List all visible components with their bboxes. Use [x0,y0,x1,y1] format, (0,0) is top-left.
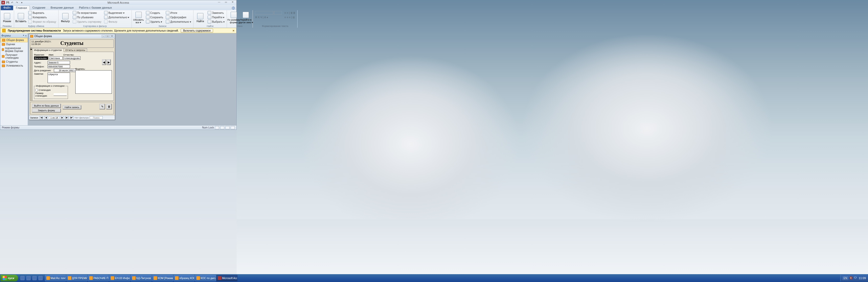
last-record-button[interactable]: ▶I [65,116,69,119]
scholarship-checkbox[interactable] [35,89,38,92]
format-painter-button[interactable]: Формат по образцу [28,20,57,24]
find-button[interactable]: Найти [195,11,206,25]
scholarship-amount-field[interactable] [54,93,67,96]
refresh-button[interactable]: Обновить все ▾ [133,11,144,25]
task-item-active[interactable]: Microsoft Access - Ст… [216,275,238,281]
nav-item-students[interactable]: Студенты [0,60,28,64]
task-item[interactable]: РАБОЧИЕ ПРОГРАМ… [88,275,109,281]
undo-icon[interactable]: ↶ [10,1,14,5]
name-field[interactable] [49,57,63,60]
filter-button[interactable]: Фильтр [60,11,70,25]
save-record-button[interactable]: Сохранить [145,15,164,19]
language-indicator[interactable]: EN [843,277,848,280]
sort-asc-button[interactable]: По возрастанию [72,11,102,15]
notes-field[interactable]: г.Иркутск [48,73,70,83]
enable-content-button[interactable]: Включить содержимое [181,29,213,33]
next-record-nav-button[interactable]: ▶ [60,116,64,119]
tab-file[interactable]: Файл [1,5,13,10]
cut-button[interactable]: Вырезать [28,11,57,15]
tab-reports[interactable]: Отчеты и запросы [64,48,87,52]
qat-more-icon[interactable]: ▾ [20,1,24,5]
maximize-button[interactable]: ▭ [223,0,229,4]
task-item[interactable]: ДЛЯ ПРЕМИИ [66,275,87,281]
select-button[interactable]: Выбрать ▾ [207,20,225,24]
goto-button[interactable]: Перейти ▾ [207,15,225,19]
tab-dbtools[interactable]: Работа с базами данных [76,5,115,10]
form-close-button[interactable]: ✕ [110,35,114,38]
help-icon[interactable]: ⓘ [230,6,236,10]
fit-form-button[interactable]: По размеру формы [228,11,239,25]
selection-filter-button[interactable]: Выделение ▾ [103,11,130,15]
new-icon-button[interactable]: ✎ [99,104,105,109]
nav-header[interactable]: Формы ▾ « [0,33,28,38]
switch-window-button[interactable]: Перейти в другое окно ▾ [241,11,251,25]
collapse-nav-icon[interactable]: « [25,34,27,37]
task-item[interactable]: Mail.Ru: почта, поис… [45,275,66,281]
new-record-nav-button[interactable]: ▶* [70,116,73,119]
close-form-button[interactable]: Закрыть форму [32,108,61,112]
new-record-button[interactable]: Создать [145,11,164,15]
delete-icon-button[interactable]: 🗑 [106,104,112,109]
save-icon[interactable]: 💾 [5,1,10,5]
paste-button[interactable]: Вставить [16,11,26,25]
form-minimize-button[interactable]: ― [102,35,105,38]
record-selector[interactable]: ▶ [30,48,32,101]
surname-field[interactable] [34,57,48,60]
quicklaunch-item[interactable] [26,275,31,281]
nav-item-scholarship[interactable]: Получают стипендию [0,53,28,60]
close-button[interactable]: ✕ [229,0,236,4]
redo-icon[interactable]: ↷ [15,1,19,5]
datasheet-view-button[interactable] [220,126,224,129]
delete-record-button[interactable]: Удалить ▾ [145,20,164,24]
start-button[interactable]: пуск [1,275,18,281]
tab-home[interactable]: Главная [13,5,30,10]
copy-button[interactable]: Копировать [28,15,57,19]
nav-item-general-form[interactable]: Общая форма [0,38,28,42]
clear-sort-button[interactable]: Удалить сортировку [72,20,102,24]
nav-item-progress[interactable]: Успеваемость [0,64,28,68]
sort-desc-button[interactable]: По убыванию [72,15,102,19]
exit-db-button[interactable]: Выйти из базы данных [32,104,61,108]
advanced-filter-button[interactable]: Дополнительно ▾ [103,15,130,19]
quicklaunch-item[interactable] [38,275,43,281]
form-titlebar[interactable]: Общая форма ― ▭ ✕ [29,34,115,38]
phone-field[interactable] [48,65,70,68]
patronymic-field[interactable] [63,57,81,60]
toggle-filter-button[interactable]: Фильтр [103,20,130,24]
design-view-button[interactable] [230,126,235,129]
minimize-button[interactable]: ― [216,0,222,4]
tab-student-info[interactable]: Информация о студентах [32,48,64,52]
tray-icon[interactable]: 🛡 [854,276,858,280]
view-button[interactable]: Режим [2,11,12,25]
search-box[interactable] [90,116,103,119]
signature-box[interactable] [75,70,112,94]
task-item[interactable]: ЕН.03 Информацион… [109,275,130,281]
task-item[interactable]: образец КОС для дн… [174,275,194,281]
form-maximize-button[interactable]: ▭ [106,35,110,38]
task-item[interactable]: БД-Питунов [131,275,152,281]
more-records-button[interactable]: Дополнительно ▾ [165,20,192,24]
dob-field[interactable] [54,69,76,72]
first-record-button[interactable]: I◀ [39,116,43,119]
prev-record-nav-button[interactable]: ◀ [44,116,48,119]
spelling-button[interactable]: Орфография [165,15,192,19]
tab-external[interactable]: Внешние данные [48,5,76,10]
address-field[interactable] [48,61,70,64]
replace-button[interactable]: Заменить [207,11,225,15]
next-record-button[interactable]: ▶ [107,59,111,65]
tray-icon[interactable]: 🔇 [849,276,853,280]
form-view-button[interactable] [215,126,219,129]
record-position-field[interactable] [49,116,59,119]
totals-button[interactable]: Итоги [165,11,192,15]
close-security-icon[interactable]: ✕ [232,29,235,32]
prev-record-button[interactable]: ◀ [102,59,106,65]
task-item[interactable]: КОМ [Режим огранич… [152,275,173,281]
nav-item-subform-grades[interactable]: подчиненная форма Оценки [0,46,28,53]
find-record-button[interactable]: Найти запись [62,105,81,109]
layout-view-button[interactable] [225,126,229,129]
clock[interactable]: 11:09 [859,277,866,280]
quicklaunch-item[interactable] [32,275,37,281]
nav-item-grades[interactable]: Оценки [0,42,28,46]
task-item[interactable]: КОС по дисциплине… [195,275,216,281]
quicklaunch-item[interactable] [20,275,25,281]
